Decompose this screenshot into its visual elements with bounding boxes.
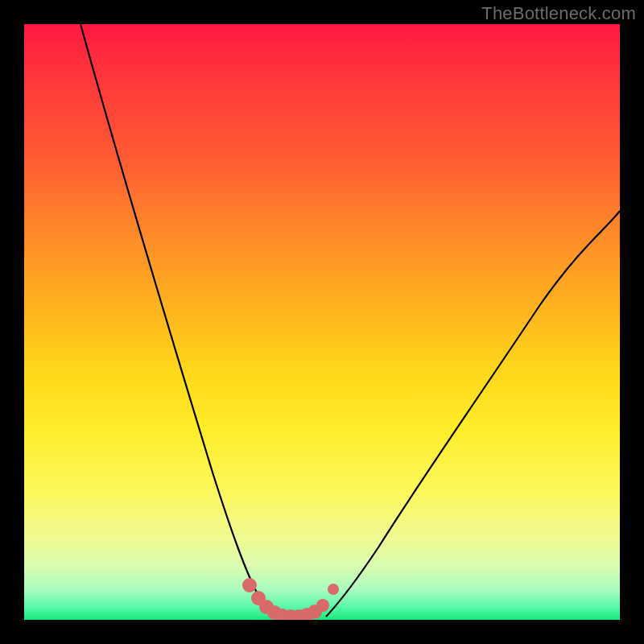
chart-frame: TheBottleneck.com — [0, 0, 644, 644]
marker-group — [242, 578, 339, 620]
marker-dot — [316, 599, 329, 612]
plot-area — [24, 24, 620, 620]
left-curve — [80, 24, 274, 617]
marker-dot — [328, 584, 339, 595]
right-curve — [326, 211, 620, 617]
chart-svg — [24, 24, 620, 620]
watermark-text: TheBottleneck.com — [481, 3, 636, 24]
marker-dot — [242, 578, 257, 592]
